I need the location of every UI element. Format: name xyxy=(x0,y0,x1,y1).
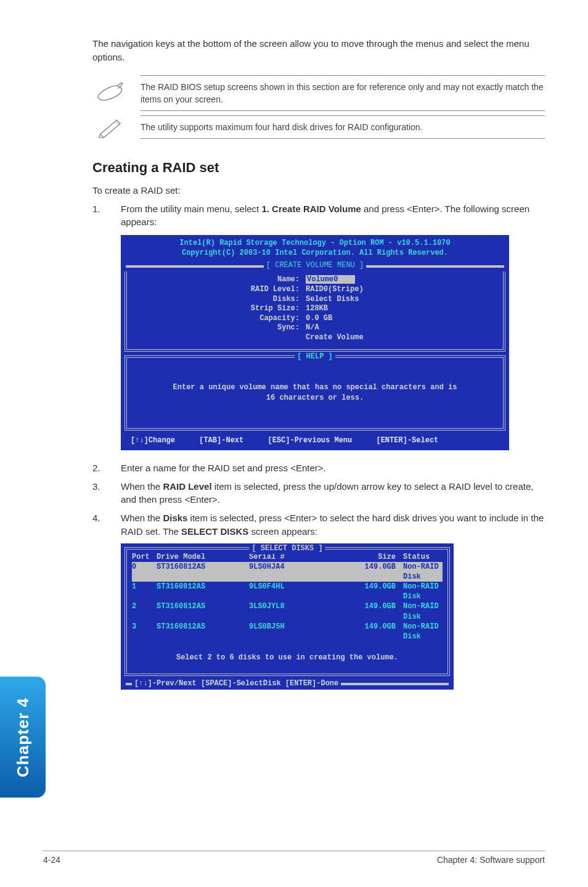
capacity-value[interactable]: 0.0 GB xyxy=(306,314,332,324)
step-4: 4. When the Disks item is selected, pres… xyxy=(92,511,545,538)
bios-hdr-2: Copyright(C) 2003-10 Intel Corporation. … xyxy=(122,249,508,258)
step-number: 4. xyxy=(92,511,105,538)
step-body: From the utility main menu, select 1. Cr… xyxy=(121,202,545,229)
nav-tab: [TAB]-Next xyxy=(199,436,243,445)
capacity-label: Capacity: xyxy=(133,314,306,324)
page-number: 4-24 xyxy=(43,855,60,865)
step-body: When the RAID Level item is selected, pr… xyxy=(121,480,545,507)
create-volume-title: [ CREATE VOLUME MENU ] xyxy=(122,260,508,271)
step-number: 2. xyxy=(92,461,105,475)
create-volume-action[interactable]: Create Volume xyxy=(306,333,364,343)
note-reference: The RAID BIOS setup screens shown in thi… xyxy=(92,75,545,112)
disk-row[interactable]: 3 ST3160812AS 9LS0BJ5H 149.0GB Non-RAID … xyxy=(132,622,443,642)
name-value[interactable]: Volume0 xyxy=(306,275,355,284)
note-text-1: The RAID BIOS setup screens shown in thi… xyxy=(141,75,545,112)
nav-enter: [ENTER]-Select xyxy=(376,436,438,445)
nav-change: [↑↓]Change xyxy=(131,436,175,445)
page-footer: 4-24 Chapter 4: Software support xyxy=(43,851,545,865)
help-box: [ HELP ] Enter a unique volume name that… xyxy=(125,355,505,431)
step-body: Enter a name for the RAID set and press … xyxy=(121,461,545,475)
step-number: 3. xyxy=(92,480,105,507)
disk-row[interactable]: 2 ST3160812AS 3LS0JYL8 149.0GB Non-RAID … xyxy=(132,601,443,621)
chapter-label: Chapter 4: Software support xyxy=(437,855,545,865)
intro-text: The navigation keys at the bottom of the… xyxy=(92,37,545,64)
note-utility: The utility supports maximum four hard d… xyxy=(92,113,545,141)
pencil-icon xyxy=(92,113,128,141)
disk-instruction: Select 2 to 6 disks to use in creating t… xyxy=(132,653,443,663)
disks-label: Disks: xyxy=(133,295,306,305)
sync-value: N/A xyxy=(306,323,319,333)
chapter-tab: Chapter 4 xyxy=(0,677,46,798)
select-disks-title: [ SELECT DISKS ] xyxy=(249,543,325,554)
step-1: 1. From the utility main menu, select 1.… xyxy=(92,202,545,229)
disk-row[interactable]: 1 ST3160812AS 9LS0F4HL 149.0GB Non-RAID … xyxy=(132,582,443,601)
step-3: 3. When the RAID Level item is selected,… xyxy=(92,480,545,507)
note-text-2: The utility supports maximum four hard d… xyxy=(141,115,545,139)
disk-row[interactable]: 0 ST3160812AS 9LS0HJA4 149.0GB Non-RAID … xyxy=(132,562,443,582)
step-body: When the Disks item is selected, press <… xyxy=(121,511,545,538)
raid-value[interactable]: RAID0(Stripe) xyxy=(306,285,364,295)
step-number: 1. xyxy=(92,202,105,229)
strip-label: Strip Size: xyxy=(133,304,306,314)
heading-creating-raid: Creating a RAID set xyxy=(92,158,545,178)
bios-hdr-1: Intel(R) Rapid Storage Technology - Opti… xyxy=(122,239,508,249)
nav-esc: [ESC]-Previous Menu xyxy=(267,436,352,445)
sub-text: To create a RAID set: xyxy=(92,184,545,197)
strip-value[interactable]: 128KB xyxy=(306,304,328,314)
bios-select-disks: [ SELECT DISKS ] Port Drive Model Serial… xyxy=(121,543,454,690)
help-line-1: Enter a unique volume name that has no s… xyxy=(133,382,497,393)
help-line-2: 16 characters or less. xyxy=(133,393,497,403)
disk-nav: [↑↓]-Prev/Next [SPACE]-SelectDisk [ENTER… xyxy=(122,679,452,688)
disks-value[interactable]: Select Disks xyxy=(306,295,359,305)
note-icon xyxy=(92,80,128,107)
raid-label: RAID Level: xyxy=(133,285,306,295)
bios-nav: [↑↓]Change [TAB]-Next [ESC]-Previous Men… xyxy=(122,432,508,448)
name-label: Name: xyxy=(133,275,306,285)
bios-create-volume: Intel(R) Rapid Storage Technology - Opti… xyxy=(121,235,509,450)
step-2: 2. Enter a name for the RAID set and pre… xyxy=(92,461,545,475)
sync-label: Sync: xyxy=(133,323,306,333)
